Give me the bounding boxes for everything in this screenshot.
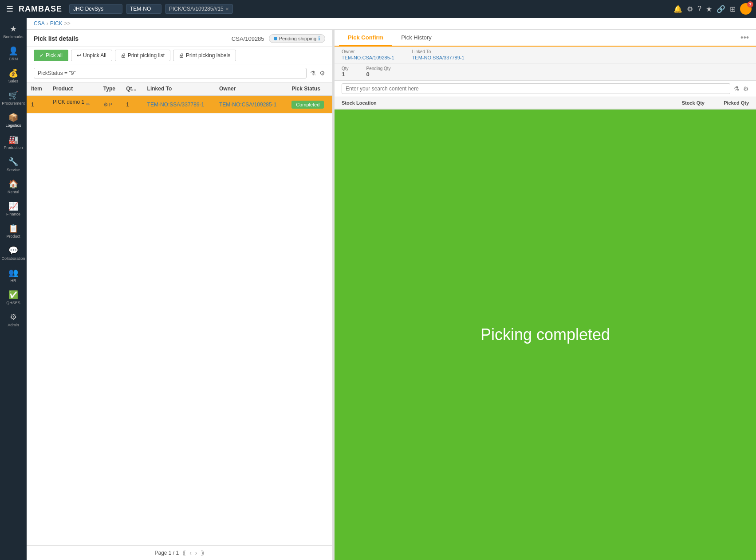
type-icon: ⚙ xyxy=(103,102,108,108)
col-type: Type xyxy=(99,82,122,95)
linked-to-field: Linked To TEM-NO:SSA/337789-1 xyxy=(412,49,465,60)
breadcrumb-pick[interactable]: PICK xyxy=(50,20,63,27)
sidebar-item-label: Collaboration xyxy=(1,256,25,261)
info-icon: ℹ xyxy=(318,35,320,42)
col-pick-status: Pick Status xyxy=(287,82,332,95)
avatar[interactable]: 7 xyxy=(740,3,752,15)
filter-settings-icon[interactable]: ⚙ xyxy=(319,70,325,77)
production-icon: 🏭 xyxy=(8,135,18,145)
sidebar-item-admin[interactable]: ⚙ Admin xyxy=(1,309,25,330)
company-dropdown[interactable]: JHC DevSys xyxy=(69,4,122,14)
grid-icon[interactable]: ⊞ xyxy=(730,5,736,13)
col-picked-qty: Picked Qty xyxy=(705,100,749,106)
pick-all-button[interactable]: ✓ Pick all xyxy=(34,50,68,61)
sidebar-item-bookmarks[interactable]: ★ Bookmarks xyxy=(1,21,25,42)
procurement-icon: 🛒 xyxy=(8,90,18,100)
toolbar: ✓ Pick all ↩ Unpick All 🖨 Print picking … xyxy=(27,47,332,64)
sidebar-item-label: QHSES xyxy=(6,301,20,305)
admin-icon: ⚙ xyxy=(10,312,17,322)
pick-header: Pick list details CSA/109285 Pending shi… xyxy=(27,30,332,47)
sidebar-item-sales[interactable]: 💰 Sales xyxy=(1,66,25,86)
right-settings-icon[interactable]: ⚙ xyxy=(743,85,749,92)
print-list-button[interactable]: 🖨 Print picking list xyxy=(115,50,170,61)
edit-icon[interactable]: ✏ xyxy=(86,102,90,107)
sidebar-item-label: Product xyxy=(6,234,20,239)
owner-link[interactable]: TEM-NO:CSA/109285-1 xyxy=(342,55,394,60)
qty-field: Qty 1 xyxy=(342,66,349,78)
hamburger-icon[interactable]: ☰ xyxy=(4,2,15,16)
sidebar-item-label: CRM xyxy=(9,57,18,61)
cell-product: PICK demo 1 - ✏ xyxy=(48,95,99,114)
sidebar-item-crm[interactable]: 👤 CRM xyxy=(1,43,25,64)
prev-page-icon[interactable]: ‹ xyxy=(189,549,192,556)
owner-field: Owner TEM-NO:CSA/109285-1 xyxy=(342,49,394,60)
sidebar: ★ Bookmarks 👤 CRM 💰 Sales 🛒 Procurement … xyxy=(0,18,27,560)
tab-pick-history[interactable]: Pick History xyxy=(392,30,441,47)
right-filter-icon[interactable]: ⚗ xyxy=(734,85,740,92)
pending-qty-value: 0 xyxy=(366,71,391,78)
sidebar-item-logistics[interactable]: 📦 Logistics xyxy=(1,110,25,130)
breadcrumb-csa[interactable]: CSA xyxy=(34,20,45,27)
rental-icon: 🏠 xyxy=(8,179,18,189)
col-product: Product xyxy=(48,82,99,95)
right-content: Picking completed xyxy=(335,110,756,560)
pending-qty-field: Pending Qty 0 xyxy=(366,66,391,78)
linked-to-link[interactable]: TEM-NO:SSA/337789-1 xyxy=(412,55,465,60)
service-icon: 🔧 xyxy=(8,157,18,167)
pending-qty-label: Pending Qty xyxy=(366,66,391,71)
filter-icon[interactable]: ⚗ xyxy=(310,70,316,77)
sidebar-item-procurement[interactable]: 🛒 Procurement xyxy=(1,88,25,108)
next-page-icon[interactable]: › xyxy=(195,549,197,556)
col-stock-qty: Stock Qty xyxy=(660,100,705,106)
collaboration-icon: 💬 xyxy=(8,246,18,255)
table-row[interactable]: 1 PICK demo 1 - ✏ xyxy=(27,95,332,114)
help-icon[interactable]: ? xyxy=(697,5,701,13)
right-search-input[interactable] xyxy=(342,83,730,94)
sidebar-item-label: Logistics xyxy=(5,123,21,128)
settings-icon[interactable]: ⚙ xyxy=(687,5,693,13)
sidebar-item-product[interactable]: 📋 Product xyxy=(1,221,25,241)
tab-pick-confirm[interactable]: Pick Confirm xyxy=(339,30,392,47)
sidebar-item-finance[interactable]: 📈 Finance xyxy=(1,199,25,219)
sidebar-item-hr[interactable]: 👥 HR xyxy=(1,265,25,286)
owner-link[interactable]: TEM-NO:CSA/109285-1 xyxy=(219,102,276,108)
link-icon[interactable]: 🔗 xyxy=(717,5,725,13)
linked-to-label: Linked To xyxy=(412,49,465,54)
qty-label: Qty xyxy=(342,66,349,71)
close-tab-icon[interactable]: ✕ xyxy=(225,7,229,12)
print-labels-button[interactable]: 🖨 Print picking labels xyxy=(173,50,236,61)
qty-bar: Qty 1 Pending Qty 0 xyxy=(335,63,756,81)
sidebar-item-service[interactable]: 🔧 Service xyxy=(1,154,25,175)
breadcrumb-tab[interactable]: PICK/CSA/109285///15 ✕ xyxy=(165,4,233,14)
owner-label: Owner xyxy=(342,49,394,54)
sidebar-item-production[interactable]: 🏭 Production xyxy=(1,132,25,153)
star-icon[interactable]: ★ xyxy=(706,5,712,13)
unpick-all-button[interactable]: ↩ Unpick All xyxy=(71,50,112,61)
last-page-icon[interactable]: ⟫ xyxy=(201,549,205,556)
sidebar-item-collaboration[interactable]: 💬 Collaboration xyxy=(1,243,25,263)
status-text: Pending shipping xyxy=(279,36,316,41)
col-qty: Qt... xyxy=(122,82,142,95)
lang-dropdown[interactable]: TEM-NO xyxy=(126,4,161,14)
sales-icon: 💰 xyxy=(8,68,18,78)
hr-icon: 👥 xyxy=(8,268,18,278)
sidebar-item-qhses[interactable]: ✅ QHSES xyxy=(1,287,25,308)
app-body: ★ Bookmarks 👤 CRM 💰 Sales 🛒 Procurement … xyxy=(0,18,756,560)
picking-completed-overlay: Picking completed xyxy=(335,110,756,560)
left-panel: Pick list details CSA/109285 Pending shi… xyxy=(27,30,333,560)
linked-to-link[interactable]: TEM-NO:SSA/337789-1 xyxy=(147,102,205,108)
first-page-icon[interactable]: ⟪ xyxy=(182,549,186,556)
sidebar-item-label: Procurement xyxy=(2,101,25,106)
sidebar-item-rental[interactable]: 🏠 Rental xyxy=(1,176,25,197)
right-panel: Pick Confirm Pick History ••• Owner TEM-… xyxy=(335,30,756,560)
cell-owner: TEM-NO:CSA/109285-1 xyxy=(215,95,287,114)
tabs-bar: Pick Confirm Pick History ••• xyxy=(335,30,756,47)
breadcrumb: CSA › PICK >> xyxy=(27,18,756,30)
navbar-icons: 🔔 ⚙ ? ★ 🔗 ⊞ 7 xyxy=(673,3,752,15)
col-stock-location: Stock Location xyxy=(342,100,660,106)
sidebar-item-label: Service xyxy=(7,168,20,172)
alert-icon[interactable]: 🔔 xyxy=(673,5,682,13)
filter-input[interactable] xyxy=(34,68,307,78)
status-badge: Pending shipping ℹ xyxy=(269,34,325,43)
three-dots-icon[interactable]: ••• xyxy=(740,33,749,43)
